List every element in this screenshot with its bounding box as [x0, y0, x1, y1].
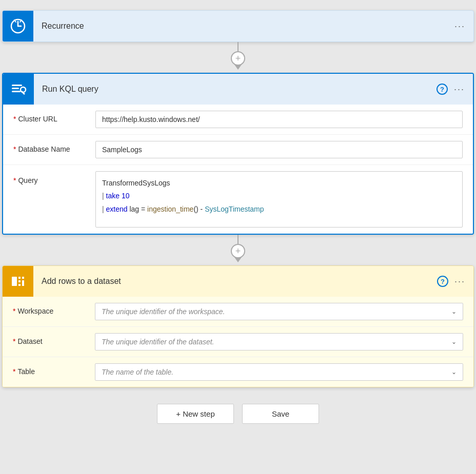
bottom-actions: + New step Save: [157, 404, 319, 424]
kql-header: Run KQL query ? ···: [3, 74, 473, 105]
svg-rect-10: [18, 277, 21, 279]
table-label: *Table: [13, 363, 95, 376]
dataset-chevron-down-icon: ⌄: [451, 338, 457, 345]
dataset-title: Add rows to a dataset: [33, 277, 437, 286]
svg-rect-9: [12, 277, 17, 286]
dataset-body: *Workspace The unique identifier of the …: [3, 297, 473, 387]
dataset-more-button[interactable]: ···: [454, 276, 465, 287]
query-input[interactable]: TransformedSysLogs | take 10 | extend la…: [95, 171, 463, 228]
table-placeholder: The name of the table.: [102, 368, 173, 376]
workspace-row: *Workspace The unique identifier of the …: [3, 297, 473, 327]
flow-container: Recurrence ··· + Run KQL quer: [2, 10, 474, 434]
connector-line-top-1: [237, 42, 239, 51]
clock-icon: [10, 18, 26, 34]
svg-rect-6: [12, 88, 19, 89]
kql-help-button[interactable]: ?: [437, 84, 448, 95]
kql-title: Run KQL query: [34, 85, 437, 94]
recurrence-card: Recurrence ···: [2, 10, 474, 42]
svg-rect-5: [12, 85, 22, 86]
workspace-placeholder: The unique identifier of the workspace.: [102, 307, 225, 316]
connector-1: +: [231, 42, 245, 73]
kql-icon-container: [3, 74, 34, 105]
table-row: *Table The name of the table. ⌄: [3, 357, 473, 387]
dataset-help-button[interactable]: ?: [437, 276, 448, 287]
workspace-select[interactable]: The unique identifier of the workspace. …: [95, 303, 463, 320]
svg-rect-7: [12, 91, 21, 92]
kql-icon: [10, 80, 27, 98]
query-line-1: TransformedSysLogs: [102, 177, 456, 189]
dataset-row: *Dataset The unique identifier of the da…: [3, 327, 473, 357]
recurrence-title: Recurrence: [33, 22, 454, 31]
connector-2: +: [231, 235, 245, 265]
connector-line-top-2: [237, 235, 239, 244]
table-chevron-down-icon: ⌄: [451, 368, 457, 376]
dataset-select[interactable]: The unique identifier of the dataset. ⌄: [95, 333, 463, 351]
cluster-url-label: *Cluster URL: [13, 111, 95, 123]
kql-actions: ? ···: [437, 84, 473, 95]
recurrence-icon-container: [3, 11, 33, 42]
kql-card: Run KQL query ? ··· *Cluster URL *Databa…: [2, 73, 474, 235]
svg-rect-13: [22, 277, 24, 279]
dataset-header: Add rows to a dataset ? ···: [3, 266, 473, 297]
kql-body: *Cluster URL *Database Name *Query Trans…: [3, 105, 473, 234]
workspace-chevron-down-icon: ⌄: [451, 308, 457, 315]
dataset-icon: [9, 273, 27, 290]
recurrence-actions: ···: [454, 21, 473, 32]
query-row: *Query TransformedSysLogs | take 10 | ex…: [3, 165, 473, 234]
database-name-label: *Database Name: [13, 141, 95, 153]
svg-rect-11: [18, 280, 21, 282]
database-name-row: *Database Name: [3, 135, 473, 165]
new-step-button[interactable]: + New step: [157, 404, 234, 424]
cluster-url-row: *Cluster URL: [3, 105, 473, 135]
save-button[interactable]: Save: [242, 404, 319, 424]
query-line-2: | take 10: [102, 190, 456, 201]
database-name-input[interactable]: [95, 141, 463, 158]
cluster-url-input[interactable]: [95, 111, 463, 128]
dataset-icon-container: [3, 266, 33, 297]
dataset-card: Add rows to a dataset ? ··· *Workspace T…: [2, 265, 474, 387]
svg-rect-12: [18, 284, 21, 286]
recurrence-more-button[interactable]: ···: [454, 21, 465, 32]
query-label: *Query: [13, 171, 95, 184]
table-select[interactable]: The name of the table. ⌄: [95, 363, 463, 381]
svg-point-8: [21, 87, 26, 92]
recurrence-header: Recurrence ···: [3, 11, 473, 42]
add-step-button-2[interactable]: +: [231, 244, 245, 258]
dataset-field-label: *Dataset: [13, 333, 95, 345]
workspace-label: *Workspace: [13, 303, 95, 315]
kql-more-button[interactable]: ···: [454, 84, 465, 95]
dataset-actions: ? ···: [437, 276, 473, 287]
add-step-button-1[interactable]: +: [231, 51, 245, 66]
query-line-3: | extend lag = ingestion_time() - SysLog…: [102, 203, 456, 215]
svg-rect-14: [22, 280, 24, 286]
dataset-placeholder: The unique identifier of the dataset.: [102, 338, 214, 346]
